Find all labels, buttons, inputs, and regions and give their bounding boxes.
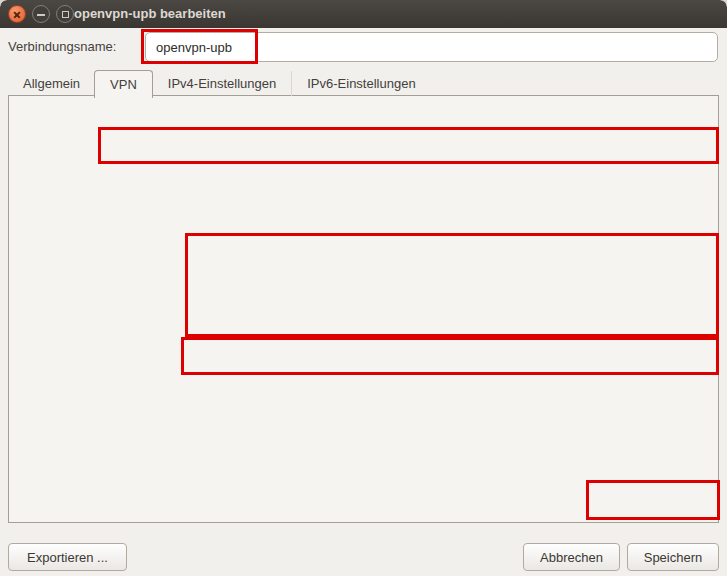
maximize-button[interactable] <box>56 5 74 23</box>
save-button[interactable]: Speichern <box>627 543 719 571</box>
tab-bar: Allgemein VPN IPv4-Einstellungen IPv6-Ei… <box>8 70 431 96</box>
export-button[interactable]: Exportieren ... <box>8 543 127 571</box>
close-button[interactable] <box>8 5 26 23</box>
cancel-button[interactable]: Abbrechen <box>523 543 620 571</box>
tab-ipv4[interactable]: IPv4-Einstellungen <box>152 71 291 96</box>
vpn-edit-dialog: openvpn-upb bearbeiten Verbindungsname: … <box>0 0 727 576</box>
tab-allgemein[interactable]: Allgemein <box>8 71 95 96</box>
tab-vpn[interactable]: VPN <box>94 70 153 98</box>
tab-ipv6[interactable]: IPv6-Einstellungen <box>291 71 430 96</box>
minimize-button[interactable] <box>32 5 50 23</box>
cancel-button-label: Abbrechen <box>540 550 603 565</box>
window-title: openvpn-upb bearbeiten <box>74 0 226 28</box>
save-button-label: Speichern <box>644 550 703 565</box>
connection-name-input[interactable] <box>145 32 718 62</box>
vpn-tab-panel <box>8 95 719 523</box>
connection-name-label: Verbindungsname: <box>8 32 116 62</box>
export-button-label: Exportieren ... <box>27 550 108 565</box>
titlebar[interactable]: openvpn-upb bearbeiten <box>0 0 727 28</box>
